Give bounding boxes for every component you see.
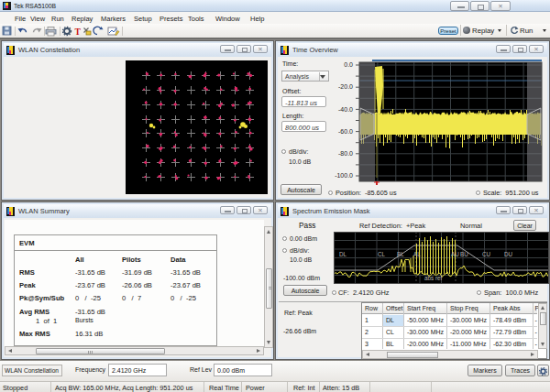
svg-text:BL: BL (397, 251, 404, 257)
svg-text:BU: BU (460, 251, 468, 257)
svg-text:T: T (75, 27, 82, 37)
svg-text:AU: AU (451, 251, 459, 257)
svg-text:DL: DL (339, 251, 347, 257)
svg-text:abs ref: abs ref (424, 275, 443, 281)
svg-text:DU: DU (504, 251, 513, 257)
svg-text:CL: CL (378, 251, 386, 257)
svg-text:CU: CU (482, 251, 491, 257)
svg-text:AL: AL (413, 251, 421, 257)
